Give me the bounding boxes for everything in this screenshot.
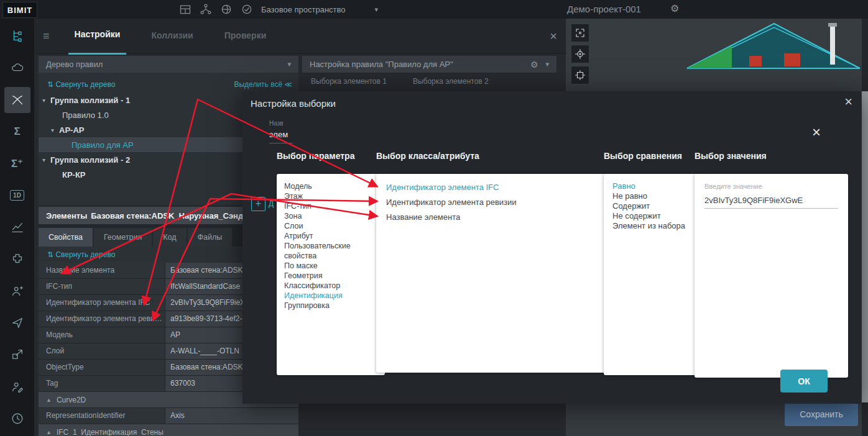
chevron-down-icon: ▾ bbox=[545, 60, 549, 68]
topbar: BIMIT Базовое пространство ▾ Демо-проект… bbox=[0, 0, 868, 19]
workspace-label: Базовое пространство bbox=[261, 5, 346, 14]
app-logo[interactable]: BIMIT bbox=[2, 2, 37, 18]
chevron-up-icon: ▲ bbox=[46, 397, 52, 403]
selection-tab-1[interactable]: Выборка элементов 1 bbox=[311, 77, 387, 86]
chevron-down-icon[interactable]: ▾ bbox=[42, 157, 45, 163]
project-name: Демо-проект-001 bbox=[567, 0, 641, 19]
collapse-properties-tree-link[interactable]: ⇅ Свернуть дерево bbox=[47, 250, 115, 259]
sidebar-item-team-add[interactable] bbox=[4, 278, 30, 304]
tab-checks[interactable]: Проверки bbox=[218, 19, 273, 54]
close-icon[interactable]: × bbox=[550, 29, 557, 43]
rule-tree-header[interactable]: Дерево правил ▾ bbox=[39, 56, 298, 73]
sidebar-item-export-model[interactable] bbox=[4, 342, 30, 368]
model-3d-house bbox=[675, 19, 861, 91]
modal-title: Настройка выборки bbox=[251, 98, 336, 109]
select-area-icon[interactable] bbox=[571, 24, 589, 42]
sidebar-item-route-pointer[interactable] bbox=[4, 310, 30, 336]
list-item[interactable]: Пользовательские свойства bbox=[284, 241, 377, 261]
section-box-icon[interactable] bbox=[571, 66, 589, 84]
selection-settings-modal: Настройка выборки × Назв элем + Д × Выбо… bbox=[242, 91, 861, 404]
panel-tabbar: ≡ Настройки Коллизии Проверки × bbox=[34, 19, 566, 54]
value-panel: Введите значение 2vBIvTy3L9Q8FiF9ieXGwE bbox=[695, 174, 848, 378]
sidebar-item-collisions[interactable] bbox=[4, 87, 30, 113]
chevron-down-icon[interactable]: ▾ bbox=[51, 127, 54, 134]
list-item[interactable]: Идентификатор элемента ревизии bbox=[386, 195, 601, 210]
settings-gear-icon[interactable]: ⚙ bbox=[670, 2, 679, 14]
list-item[interactable]: Классификатор bbox=[284, 281, 377, 291]
modal-close-icon[interactable]: × bbox=[844, 94, 852, 110]
check-circle-icon[interactable] bbox=[241, 3, 253, 16]
elements-title-label: Элементы bbox=[46, 211, 87, 220]
gear-icon[interactable]: ⚙ bbox=[530, 60, 538, 70]
tab-geometry[interactable]: Геометрия bbox=[94, 228, 152, 247]
focus-target-icon[interactable] bbox=[571, 45, 589, 63]
tab-files[interactable]: Файлы bbox=[188, 228, 233, 247]
team-icon[interactable] bbox=[200, 3, 212, 16]
rule-settings-title: Настройка правила "Правило для АР" bbox=[310, 60, 453, 69]
tab-collisions[interactable]: Коллизии bbox=[145, 19, 199, 54]
sidebar-item-plugins[interactable] bbox=[4, 246, 30, 272]
globe-clock-icon[interactable] bbox=[220, 3, 233, 16]
chevron-down-icon[interactable]: ▾ bbox=[42, 97, 45, 104]
attribute-list: Идентификатор элемента IFC Идентификатор… bbox=[376, 174, 611, 373]
add-condition-button[interactable]: + bbox=[251, 197, 265, 211]
tab-settings[interactable]: Настройки bbox=[68, 17, 127, 55]
list-item[interactable]: Не содержит bbox=[612, 211, 699, 221]
tab-properties[interactable]: Свойства bbox=[39, 228, 93, 247]
value-input-placeholder: Введите значение bbox=[704, 183, 838, 190]
section-ifc-identification[interactable]: ▲ IFC_1_Идентификация_Стены bbox=[39, 424, 298, 436]
sidebar-item-history-clock[interactable] bbox=[4, 406, 30, 432]
selection-tab-2[interactable]: Выборка элементов 2 bbox=[413, 77, 489, 86]
sidebar-item-sum[interactable]: Σ bbox=[4, 119, 30, 145]
list-item[interactable]: Элемент из набора bbox=[612, 221, 699, 231]
sidebar-item-charts[interactable] bbox=[4, 214, 30, 240]
sidebar-item-cloud-sync[interactable] bbox=[4, 55, 30, 81]
value-column-header: Выбор значения bbox=[695, 151, 767, 161]
ok-button[interactable]: ОК bbox=[780, 370, 828, 393]
rule-settings-header[interactable]: Настройка правила "Правило для АР" ⚙ ▾ bbox=[302, 56, 556, 73]
sidebar-item-model-tree[interactable] bbox=[4, 23, 30, 49]
collapse-arrows-icon: ⇅ bbox=[47, 250, 53, 259]
collapse-tree-link[interactable]: ⇅ Свернуть дерево bbox=[47, 80, 115, 89]
list-item[interactable]: Не равно bbox=[612, 191, 699, 201]
chevron-down-icon: ▾ bbox=[374, 6, 378, 14]
attribute-column-header: Выбор класса/атрибута bbox=[376, 151, 479, 161]
picker-close-icon[interactable]: × bbox=[812, 124, 821, 141]
sidebar-item-one-d-view[interactable]: 1D bbox=[4, 183, 30, 209]
select-all-link[interactable]: Выделить всё ≪ bbox=[234, 80, 292, 89]
list-item[interactable]: Слои bbox=[284, 221, 377, 231]
list-item-selected[interactable]: Идентификатор элемента IFC bbox=[386, 180, 601, 195]
list-item[interactable]: По маске bbox=[284, 261, 377, 271]
chevron-up-icon: ▲ bbox=[46, 429, 52, 435]
scrollbar-thumb[interactable] bbox=[862, 91, 868, 402]
list-item[interactable]: Этаж bbox=[284, 191, 377, 201]
list-item-selected[interactable]: Равно bbox=[612, 181, 699, 191]
sidebar-item-user-edit[interactable] bbox=[4, 374, 30, 400]
list-item[interactable]: IFC-тип bbox=[284, 201, 377, 211]
list-item[interactable]: Зона bbox=[284, 211, 377, 221]
value-input[interactable]: 2vBIvTy3L9Q8FiF9ieXGwE bbox=[704, 190, 838, 209]
property-row[interactable]: RepresentationIdentifier Axis bbox=[39, 408, 298, 424]
workspace-dropdown[interactable]: Базовое пространство ▾ bbox=[261, 0, 378, 19]
selection-name-field[interactable]: Назв элем bbox=[269, 120, 294, 143]
chevron-down-icon: ▾ bbox=[287, 60, 291, 68]
rule-tree-header-label: Дерево правил bbox=[46, 60, 103, 69]
list-item[interactable]: Группировка bbox=[284, 301, 377, 311]
list-item[interactable]: Атрибут bbox=[284, 231, 377, 241]
list-item[interactable]: Геометрия bbox=[284, 271, 377, 281]
list-item-selected[interactable]: Идентификация bbox=[284, 291, 377, 301]
list-item[interactable]: Название элемента bbox=[386, 210, 601, 225]
parameter-list: Модель Этаж IFC-тип Зона Слои Атрибут По… bbox=[277, 174, 385, 375]
comparison-list: Равно Не равно Содержит Не содержит Элем… bbox=[604, 174, 708, 375]
sidebar: Σ Σ⁺ 1D bbox=[0, 19, 34, 436]
list-item[interactable]: Содержит bbox=[612, 201, 699, 211]
grid-icon[interactable] bbox=[179, 3, 192, 16]
tab-code[interactable]: Код bbox=[153, 228, 186, 247]
sidebar-item-sum-plus[interactable]: Σ⁺ bbox=[4, 150, 30, 176]
scrollbar[interactable] bbox=[862, 19, 868, 436]
save-button[interactable]: Сохранить bbox=[785, 402, 858, 426]
selection-subtabs: Выборка элементов 1 Выборка элементов 2 bbox=[311, 77, 489, 86]
list-item[interactable]: Модель bbox=[284, 181, 377, 191]
app-root: BIMIT Базовое пространство ▾ Демо-проект… bbox=[0, 0, 868, 436]
menu-icon[interactable]: ≡ bbox=[43, 30, 50, 43]
